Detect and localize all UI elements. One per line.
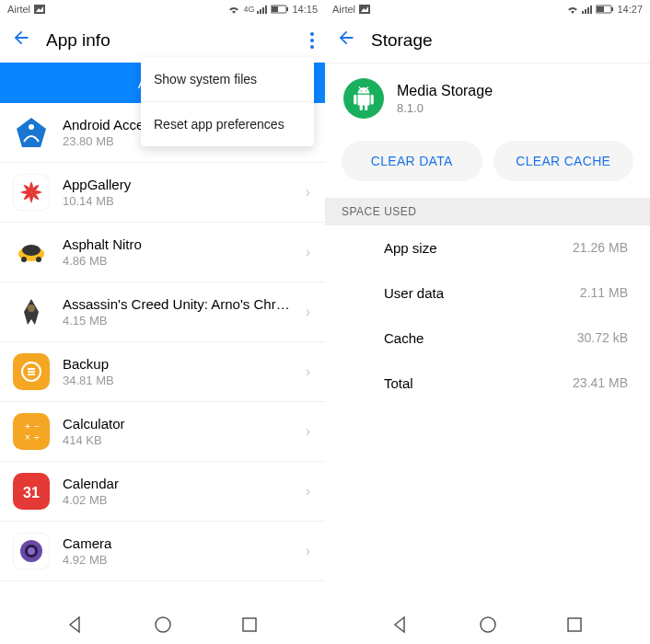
overflow-menu-popup: Show system files Reset app preferences	[141, 57, 314, 146]
svg-point-15	[36, 257, 41, 262]
nav-home-button[interactable]	[477, 614, 499, 636]
chevron-right-icon: ›	[306, 423, 310, 440]
app-size-label: 4.86 MB	[63, 254, 293, 268]
app-name: Media Storage	[397, 83, 493, 99]
app-icon	[13, 114, 50, 151]
chevron-right-icon: ›	[306, 304, 310, 320]
nav-bar	[325, 605, 650, 644]
app-name-label: Asphalt Nitro	[63, 236, 293, 252]
svg-rect-21	[28, 371, 35, 373]
battery-icon	[271, 5, 289, 14]
clear-data-button[interactable]: CLEAR DATA	[342, 141, 482, 181]
header: Storage	[325, 18, 650, 63]
app-size-label: 4.02 MB	[63, 493, 293, 507]
carrier-label: Airtel	[7, 4, 30, 15]
app-icon: +−×÷	[13, 413, 50, 450]
storage-row-value: 30.72 kB	[577, 330, 628, 346]
menu-item-show-system-files[interactable]: Show system files	[141, 57, 314, 101]
back-arrow-icon[interactable]	[336, 28, 356, 53]
wifi-icon	[227, 5, 240, 14]
svg-rect-6	[286, 7, 288, 11]
overflow-menu-button[interactable]	[310, 32, 314, 49]
app-row[interactable]: +−×÷Calculator414 KB›	[0, 402, 325, 462]
app-version: 8.1.0	[397, 101, 493, 115]
nav-back-button[interactable]	[64, 614, 87, 636]
storage-row-label: Total	[384, 375, 413, 391]
app-icon	[13, 353, 50, 390]
app-icon	[13, 174, 50, 211]
section-header-space-used: SPACE USED	[325, 198, 650, 225]
signal-bars-icon	[257, 5, 268, 14]
app-icon	[13, 533, 50, 569]
storage-row-label: User data	[384, 285, 444, 301]
app-name-label: Calculator	[63, 416, 293, 431]
chevron-right-icon: ›	[306, 483, 310, 500]
nav-back-button[interactable]	[389, 614, 412, 636]
svg-point-13	[22, 245, 41, 256]
storage-row: Total23.41 MB	[325, 361, 650, 406]
picture-icon	[359, 5, 370, 14]
header: App info	[0, 18, 325, 63]
svg-rect-4	[265, 6, 267, 14]
app-name-label: Backup	[63, 356, 293, 372]
left-screen: Airtel 4G 14:15 App info All apps Show s…	[0, 0, 325, 644]
svg-text:−: −	[34, 421, 40, 431]
svg-rect-1	[257, 11, 259, 14]
nav-bar	[0, 605, 325, 644]
page-title: Storage	[371, 30, 639, 51]
picture-icon	[34, 5, 45, 14]
nav-recents-button[interactable]	[238, 614, 261, 636]
chevron-right-icon: ›	[306, 543, 310, 559]
nav-home-button[interactable]	[152, 614, 174, 636]
app-row[interactable]: AppGallery10.14 MB›	[0, 163, 325, 223]
storage-row-value: 2.11 MB	[580, 285, 628, 301]
svg-rect-3	[262, 7, 264, 14]
app-size-label: 10.14 MB	[63, 194, 293, 208]
menu-item-reset-app-preferences[interactable]: Reset app preferences	[141, 101, 314, 146]
svg-rect-40	[590, 6, 592, 14]
signal-bars-icon	[582, 5, 593, 14]
nav-recents-button[interactable]	[563, 614, 586, 636]
svg-text:+: +	[25, 421, 30, 431]
chevron-right-icon: ›	[306, 244, 310, 260]
storage-row: App size21.26 MB	[325, 225, 650, 270]
svg-text:×: ×	[25, 432, 30, 443]
app-list[interactable]: Android Acce...23.80 MB›AppGallery10.14 …	[0, 103, 325, 644]
storage-row-label: App size	[384, 240, 437, 256]
svg-point-14	[21, 257, 27, 262]
svg-text:31: 31	[23, 485, 40, 500]
svg-rect-43	[597, 6, 604, 12]
back-arrow-icon[interactable]	[11, 28, 31, 53]
wifi-icon	[566, 5, 579, 14]
app-row[interactable]: Asphalt Nitro4.86 MB›	[0, 223, 325, 282]
app-icon	[13, 293, 50, 330]
app-row[interactable]: Camera4.92 MB›	[0, 522, 325, 581]
app-icon: 31	[13, 473, 50, 510]
svg-rect-22	[28, 374, 35, 375]
app-row[interactable]: 31Calendar4.02 MB›	[0, 462, 325, 522]
android-icon	[343, 78, 384, 119]
svg-text:÷: ÷	[34, 432, 40, 443]
svg-rect-37	[582, 11, 584, 14]
svg-marker-8	[17, 118, 46, 147]
storage-row-value: 21.26 MB	[573, 240, 628, 256]
svg-rect-39	[587, 7, 589, 14]
clear-cache-button[interactable]: CLEAR CACHE	[493, 141, 634, 181]
svg-point-17	[28, 305, 35, 312]
svg-point-44	[481, 617, 495, 632]
battery-icon	[596, 5, 614, 14]
app-size-label: 414 KB	[63, 433, 293, 447]
carrier-label: Airtel	[332, 4, 355, 15]
app-row[interactable]: Backup34.81 MB›	[0, 342, 325, 402]
app-row[interactable]: Assassin's Creed Unity: Arno's Chroni..4…	[0, 282, 325, 342]
storage-row: Cache30.72 kB	[325, 316, 650, 361]
storage-row-label: Cache	[384, 330, 424, 346]
app-icon	[13, 234, 50, 270]
svg-rect-38	[585, 9, 586, 14]
svg-rect-45	[568, 618, 581, 631]
svg-rect-42	[611, 7, 613, 11]
page-title: App info	[46, 30, 296, 51]
svg-rect-35	[243, 618, 256, 631]
app-size-label: 34.81 MB	[63, 374, 293, 387]
time-label: 14:15	[292, 4, 318, 15]
